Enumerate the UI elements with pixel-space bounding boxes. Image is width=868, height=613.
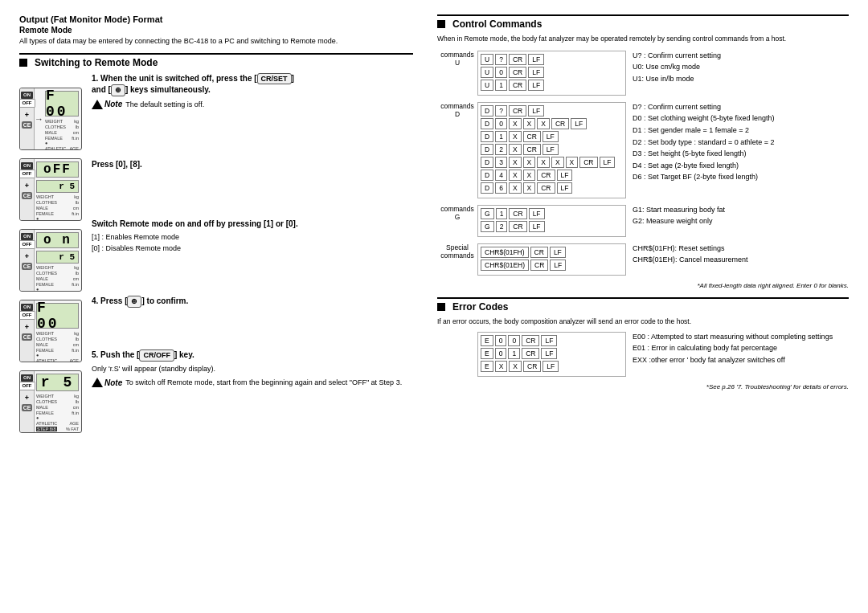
desc-g-2: G2: Measure weight only	[633, 216, 849, 227]
off-btn-4: OFF	[19, 311, 35, 320]
step-5: 5. Push the [CR/OFF] key. Only 'r.S' wil…	[92, 349, 413, 388]
commands-u-descs: U? : Confirm current setting U0: Use cm/…	[626, 51, 849, 86]
device-right-4: F 00 WEIGHTkg CLOTHESlb MALEcm FEMALE ●f…	[35, 300, 81, 362]
step-4-title: 4. Press [⊕] to confirm.	[92, 296, 413, 308]
step-5-sub: Only 'r.S' will appear (standby display)…	[92, 364, 413, 375]
device-left-bar-5: ON OFF + CE	[20, 371, 35, 432]
device-right-3: o n r 5 WEIGHTkg CLOTHESlb MALEcm FEMALE…	[35, 230, 81, 291]
device-labels-1: WEIGHTkg CLOTHESlb MALEcm FEMALE ●ft.in …	[45, 119, 79, 150]
commands-g-group: commands G G1CRLF G2CRLF G1: Start measu…	[437, 205, 849, 237]
seq-special-2: CHR$(01EH)CRLF	[481, 260, 623, 271]
device-right-2: oFF r 5 WEIGHTkg CLOTHESlb MALEcm FEMALE…	[35, 159, 81, 220]
device-panel-2: ON OFF + CE oFF r 5 WEIGHTkg CLOTHESlb M…	[19, 158, 82, 221]
step-3: Switch Remote mode on and off by pressin…	[92, 219, 413, 254]
desc-special-1: CHR$(01FH): Reset settings	[633, 243, 849, 254]
device-labels-4: WEIGHTkg CLOTHESlb MALEcm FEMALE ●ft.in …	[36, 331, 79, 362]
seq-e00: E00CRLF	[481, 335, 623, 346]
step-3-sub2: [0] : Disables Remote mode	[92, 243, 413, 255]
ce-3: CE	[22, 263, 33, 270]
desc-u-1: U1: Use in/lb mode	[633, 74, 849, 84]
seq-u-0: U0CRLF	[481, 67, 623, 78]
note-icon-5: Note	[92, 378, 122, 387]
triangle-icon-1	[92, 100, 103, 109]
ce-5: CE	[22, 404, 33, 411]
off-btn-3: OFF	[19, 240, 35, 249]
device-left-bar-1: ON OFF + CE	[20, 88, 35, 149]
seq-g-2: G2CRLF	[481, 221, 623, 232]
on-off-3: ON OFF	[19, 233, 35, 249]
desc-d-3: D3 : Set height (5-byte fixed length)	[633, 149, 849, 159]
seq-d-q: D?CRLF	[481, 105, 623, 116]
commands-d-group: commands D D?CRLF D0XXXCRLF D1XCRLF D2XC…	[437, 102, 849, 198]
error-sequences: E00CRLF E01CRLF EXXCRLF	[477, 332, 626, 377]
step-2: Press [0], [8].	[92, 159, 413, 170]
seq-d-4: D4XXCRLF	[481, 170, 623, 181]
seq-d-0: D0XXXCRLF	[481, 118, 623, 129]
commands-u-sequences: U?CRLF U0CRLF U1CRLF	[477, 51, 626, 96]
steps-container: ON OFF + CE → F 00 WEIGHTkg CLOTHESl	[19, 73, 413, 433]
ce-2: CE	[22, 192, 33, 199]
commands-g-sequences: G1CRLF G2CRLF	[477, 205, 626, 237]
fixed-length-note: *All fixed-length data right aligned. En…	[437, 282, 849, 289]
device-display-5: r 5	[36, 374, 79, 391]
seq-d-1: D1XCRLF	[481, 131, 623, 142]
on-btn-3: ON	[21, 233, 33, 240]
device-panel-4: ON OFF + CE F 00 WEIGHTkg CLOTHESlb MALE…	[19, 300, 82, 362]
desc-d-2: D2 : Set body type : standard = 0 athlet…	[633, 137, 849, 148]
section-block-icon	[19, 59, 27, 67]
triangle-icon-5	[92, 378, 103, 387]
device-display-4: F 00	[36, 303, 79, 329]
plus-3: +	[25, 252, 29, 260]
step-3-sub1: [1] : Enables Remote mode	[92, 232, 413, 243]
special-commands-label: Special commands	[437, 243, 477, 260]
desc-e01: E01 : Error in calculating body fat perc…	[633, 343, 849, 353]
kbd-confirm: ⊕	[127, 296, 141, 308]
device-labels-5: WEIGHTkg CLOTHESlb MALEcm FEMALE ●ft.in …	[36, 394, 79, 431]
special-sequences: CHR$(01FH)CRLF CHR$(01EH)CRLF	[477, 243, 626, 276]
special-commands-group: Special commands CHR$(01FH)CRLF CHR$(01E…	[437, 243, 849, 276]
commands-u-group: commands U U?CRLF U0CRLF U1CRLF U? : Con…	[437, 51, 849, 96]
on-off-5: ON OFF	[19, 374, 35, 390]
note-label-1: Note	[104, 100, 122, 108]
plus-button: +	[25, 111, 29, 119]
remote-mode-intro: All types of data may be entered by conn…	[19, 36, 413, 47]
device-left-bar-2: ON OFF + CE	[20, 159, 35, 220]
error-codes-header: Error Codes	[437, 297, 849, 313]
device-display-2: oFF	[36, 161, 79, 178]
seq-d-6: D6XXCRLF	[481, 182, 623, 194]
note-icon-1: Note	[92, 100, 122, 109]
kbd-croff: CR/OFF	[139, 349, 174, 362]
on-button: ON	[21, 92, 33, 99]
seq-d-3: D3XXXXXCRLF	[481, 157, 623, 168]
on-btn-4: ON	[21, 304, 33, 311]
left-column: Output (Fat Monitor Mode) Format Remote …	[19, 14, 413, 599]
commands-g-descs: G1: Start measuring body fat G2: Measure…	[626, 205, 849, 228]
section-block-icon-3	[437, 303, 445, 311]
device-mockups-col: ON OFF + CE → F 00 WEIGHTkg CLOTHESl	[19, 73, 84, 433]
desc-exx: EXX :other error ' body fat analyzer swi…	[633, 355, 849, 366]
seq-u-1: U1CRLF	[481, 80, 623, 91]
step-5-note-text: To switch off Remote mode, start from th…	[125, 378, 402, 388]
desc-e00: E00 : Attempted to start measuring witho…	[633, 332, 849, 342]
seq-g-1: G1CRLF	[481, 208, 623, 219]
error-codes-group: E00CRLF E01CRLF EXXCRLF E00 : Attempted …	[437, 332, 849, 377]
commands-g-label: commands G	[437, 205, 477, 221]
remote-mode-subheader: Remote Mode	[19, 26, 413, 35]
device-left-bar-4: ON OFF + CE	[20, 300, 35, 362]
right-column: Control Commands When in Remote mode, th…	[437, 14, 849, 599]
ce-4: CE	[22, 333, 33, 341]
arrow-icon: →	[35, 88, 43, 149]
desc-u-q: U? : Confirm current setting	[633, 51, 849, 61]
instructions-col: 1. When the unit is switched off, press …	[92, 73, 413, 433]
off-button: OFF	[19, 99, 35, 108]
kbd-circle: ⊕	[111, 84, 125, 96]
device-panel-1: ON OFF + CE → F 00 WEIGHTkg CLOTHESl	[19, 88, 82, 150]
device-labels-2: WEIGHTkg CLOTHESlb MALEcm FEMALE ●ft.in …	[36, 194, 79, 221]
device-panel-3: ON OFF + CE o n r 5 WEIGHTkg CLOTHESlb M…	[19, 229, 82, 292]
seq-exx: EXXCRLF	[481, 361, 623, 372]
desc-g-1: G1: Start measuring body fat	[633, 205, 849, 215]
device-display-3: o n	[36, 232, 79, 248]
on-off-buttons: ON OFF	[19, 92, 35, 108]
seq-u-q: U?CRLF	[481, 54, 623, 65]
commands-d-descs: D? : Confirm current setting D0 : Set cl…	[626, 102, 849, 184]
